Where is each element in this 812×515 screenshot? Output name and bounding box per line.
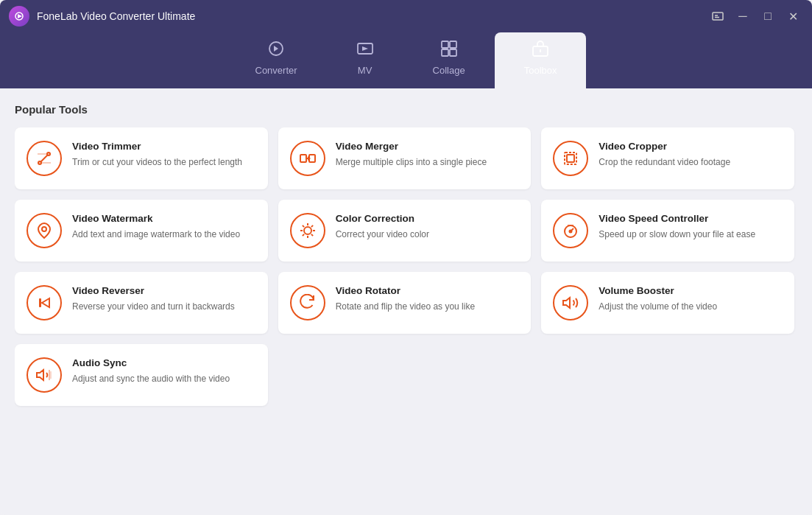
section-title: Popular Tools xyxy=(15,103,797,116)
video-rotator-icon xyxy=(290,285,325,320)
svg-rect-10 xyxy=(450,49,456,56)
video-reverser-icon xyxy=(27,285,62,320)
video-trimmer-name: Video Trimmer xyxy=(72,141,256,152)
mv-icon xyxy=(356,40,374,62)
video-cropper-desc: Crop the redundant video footage xyxy=(599,155,783,169)
app-title: FoneLab Video Converter Ultimate xyxy=(37,10,195,22)
video-speed-controller-info: Video Speed Controller Speed up or slow … xyxy=(599,213,783,241)
nav-label-mv: MV xyxy=(358,65,373,76)
video-reverser-info: Video Reverser Reverse your video and tu… xyxy=(72,285,256,313)
tool-card-video-trimmer[interactable]: Video Trimmer Trim or cut your videos to… xyxy=(15,127,268,189)
video-trimmer-info: Video Trimmer Trim or cut your videos to… xyxy=(72,141,256,169)
toolbox-icon xyxy=(532,40,549,62)
tool-card-video-reverser[interactable]: Video Reverser Reverse your video and tu… xyxy=(15,272,268,334)
video-watermark-name: Video Watermark xyxy=(72,213,256,224)
video-merger-desc: Merge multiple clips into a single piece xyxy=(336,155,520,169)
svg-point-25 xyxy=(304,227,311,234)
video-reverser-desc: Reverse your video and turn it backwards xyxy=(72,300,256,313)
svg-line-33 xyxy=(311,225,313,227)
audio-sync-name: Audio Sync xyxy=(72,357,256,368)
tool-card-video-merger[interactable]: Video Merger Merge multiple clips into a… xyxy=(278,127,532,189)
video-speed-controller-icon xyxy=(553,213,588,248)
video-watermark-desc: Add text and image watermark to the vide… xyxy=(72,228,256,241)
nav-item-converter[interactable]: Converter xyxy=(226,32,327,88)
tool-card-volume-booster[interactable]: Volume Booster Adjust the volume of the … xyxy=(541,272,794,334)
svg-point-36 xyxy=(570,231,572,233)
volume-booster-info: Volume Booster Adjust the volume of the … xyxy=(599,285,783,313)
color-correction-icon xyxy=(290,213,325,248)
color-correction-name: Color Correction xyxy=(336,213,520,224)
svg-rect-2 xyxy=(713,13,723,20)
video-watermark-info: Video Watermark Add text and image water… xyxy=(72,213,256,241)
volume-booster-icon xyxy=(553,285,588,320)
nav-label-collage: Collage xyxy=(433,65,465,76)
svg-rect-18 xyxy=(300,155,306,162)
volume-booster-desc: Adjust the volume of the video xyxy=(599,300,783,313)
app-window: FoneLab Video Converter Ultimate ─ □ ✕ C… xyxy=(0,0,812,515)
tool-card-audio-sync[interactable]: Audio Sync Adjust and sync the audio wit… xyxy=(15,344,268,406)
app-logo xyxy=(9,6,29,27)
title-bar: FoneLab Video Converter Ultimate ─ □ ✕ xyxy=(0,0,812,32)
tool-card-video-cropper[interactable]: Video Cropper Crop the redundant video f… xyxy=(541,127,794,189)
video-rotator-desc: Rotate and flip the video as you like xyxy=(336,300,520,313)
audio-sync-desc: Adjust and sync the audio with the video xyxy=(72,372,256,385)
nav-label-converter: Converter xyxy=(255,65,297,76)
video-watermark-icon xyxy=(27,213,62,248)
audio-sync-info: Audio Sync Adjust and sync the audio wit… xyxy=(72,357,256,385)
video-rotator-name: Video Rotator xyxy=(336,285,520,296)
svg-line-31 xyxy=(311,234,313,236)
svg-marker-40 xyxy=(563,298,570,308)
minimize-button[interactable]: ─ xyxy=(732,6,753,27)
tools-grid-wrapper[interactable]: Video Trimmer Trim or cut your videos to… xyxy=(15,127,797,500)
video-cropper-icon xyxy=(553,141,588,176)
svg-marker-38 xyxy=(42,298,49,307)
video-reverser-name: Video Reverser xyxy=(72,285,256,296)
title-bar-left: FoneLab Video Converter Ultimate xyxy=(9,6,195,27)
video-cropper-info: Video Cropper Crop the redundant video f… xyxy=(599,141,783,169)
svg-rect-8 xyxy=(450,41,456,48)
svg-line-30 xyxy=(303,225,304,227)
collage-icon xyxy=(440,40,458,62)
color-correction-desc: Correct your video color xyxy=(336,228,520,241)
video-speed-controller-desc: Speed up or slow down your file at ease xyxy=(599,228,783,241)
tool-card-video-rotator[interactable]: Video Rotator Rotate and flip the video … xyxy=(278,272,532,334)
video-merger-name: Video Merger xyxy=(336,141,520,152)
color-correction-info: Color Correction Correct your video colo… xyxy=(336,213,520,241)
nav-item-collage[interactable]: Collage xyxy=(403,32,495,88)
svg-rect-9 xyxy=(442,49,448,56)
tool-card-color-correction[interactable]: Color Correction Correct your video colo… xyxy=(278,200,532,262)
video-rotator-info: Video Rotator Rotate and flip the video … xyxy=(336,285,520,313)
content-area: Popular Tools Video Trimmer Trim or cut … xyxy=(0,88,812,515)
svg-rect-7 xyxy=(442,41,448,48)
nav-item-mv[interactable]: MV xyxy=(327,32,403,88)
video-cropper-name: Video Cropper xyxy=(599,141,783,152)
close-button[interactable]: ✕ xyxy=(783,6,803,27)
svg-rect-23 xyxy=(567,155,574,162)
svg-marker-41 xyxy=(37,370,43,380)
volume-booster-name: Volume Booster xyxy=(599,285,783,296)
nav-bar: Converter MV Collage Toolbox xyxy=(0,32,812,88)
svg-point-24 xyxy=(42,227,46,231)
svg-rect-39 xyxy=(39,298,41,307)
video-trimmer-icon xyxy=(27,141,62,176)
svg-line-15 xyxy=(41,155,48,162)
tool-card-video-watermark[interactable]: Video Watermark Add text and image water… xyxy=(15,200,268,262)
video-trimmer-desc: Trim or cut your videos to the perfect l… xyxy=(72,155,256,169)
nav-item-toolbox[interactable]: Toolbox xyxy=(495,32,587,88)
tool-card-video-speed-controller[interactable]: Video Speed Controller Speed up or slow … xyxy=(541,200,794,262)
tools-grid: Video Trimmer Trim or cut your videos to… xyxy=(15,127,794,406)
title-bar-controls: ─ □ ✕ xyxy=(707,6,803,27)
video-merger-info: Video Merger Merge multiple clips into a… xyxy=(336,141,520,169)
audio-sync-icon xyxy=(27,357,62,393)
maximize-button[interactable]: □ xyxy=(758,6,778,27)
nav-label-toolbox: Toolbox xyxy=(524,65,557,76)
converter-icon xyxy=(267,40,285,62)
svg-marker-1 xyxy=(18,14,22,18)
svg-line-32 xyxy=(303,234,304,236)
caption-button[interactable] xyxy=(707,6,728,27)
video-merger-icon xyxy=(290,141,325,176)
video-speed-controller-name: Video Speed Controller xyxy=(599,213,783,224)
